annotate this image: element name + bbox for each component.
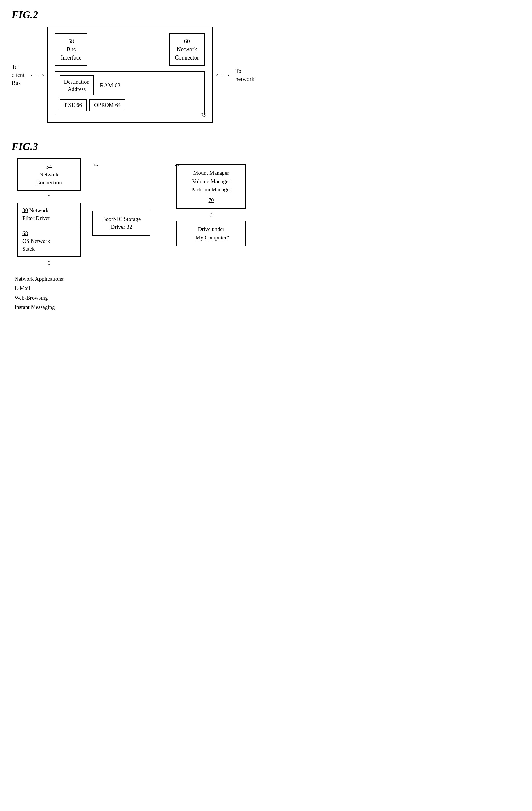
fig2: FIG.2 To client Bus ←→ 58 Bus Interface … <box>12 9 254 123</box>
managers-box: Mount Manager Volume Manager Partition M… <box>176 164 246 209</box>
fig3-layout: 54 Network Connection ↕ 30 Network Filte… <box>12 158 254 312</box>
network-apps: Network Applications: E-Mail Web-Browsin… <box>15 274 65 312</box>
bus-interface-box: 58 Bus Interface <box>55 33 87 66</box>
bootnic-box: BootNIC Storage Driver 32 <box>92 211 150 235</box>
managers-to-drive-arrow: ↕ <box>209 211 213 219</box>
fig2-outer-number: 32 <box>200 111 207 119</box>
network-filter-section: 30 Network Filter Driver <box>18 203 80 226</box>
right-arrow: ←→ <box>214 70 231 79</box>
fig3-left-col: 54 Network Connection ↕ 30 Network Filte… <box>12 158 87 312</box>
filter-os-combined-box: 30 Network Filter Driver 68 OS Network S… <box>17 203 81 257</box>
fig3-title: FIG.3 <box>12 140 254 153</box>
destination-address-box: Destination Address <box>60 75 93 95</box>
network-connection-box: 54 Network Connection <box>17 158 81 191</box>
os-to-apps-arrow: ↕ <box>47 259 51 267</box>
left-arrow: ←→ <box>29 70 45 79</box>
fig3: FIG.3 54 Network Connection ↕ 30 Network… <box>12 140 254 312</box>
fig3-right-col: Mount Manager Volume Manager Partition M… <box>168 164 254 246</box>
fig2-title: FIG.2 <box>12 9 254 21</box>
conn-to-filter-arrow: ↕ <box>47 193 51 201</box>
ram-row: Destination Address RAM 62 <box>60 75 200 95</box>
fig2-right-label: To network <box>235 67 254 83</box>
fig2-bottom-section: Destination Address RAM 62 PXE 66 <box>55 72 205 115</box>
oprom-box: OPROM 64 <box>89 99 125 111</box>
pxe-box: PXE 66 <box>60 99 87 111</box>
fig3-middle-col: BootNIC Storage Driver 32 <box>92 211 150 235</box>
fig2-outer-box: 58 Bus Interface 60 Network Connector De… <box>47 27 213 123</box>
fig2-left-label: To client Bus <box>12 63 25 87</box>
drive-under-box: Drive under "My Computer" <box>176 220 246 246</box>
ram-label: RAM 62 <box>96 80 124 91</box>
pxe-row: PXE 66 OPROM 64 <box>60 99 200 111</box>
network-connector-box: 60 Network Connector <box>169 33 205 66</box>
os-network-section: 68 OS Network Stack <box>18 226 80 256</box>
